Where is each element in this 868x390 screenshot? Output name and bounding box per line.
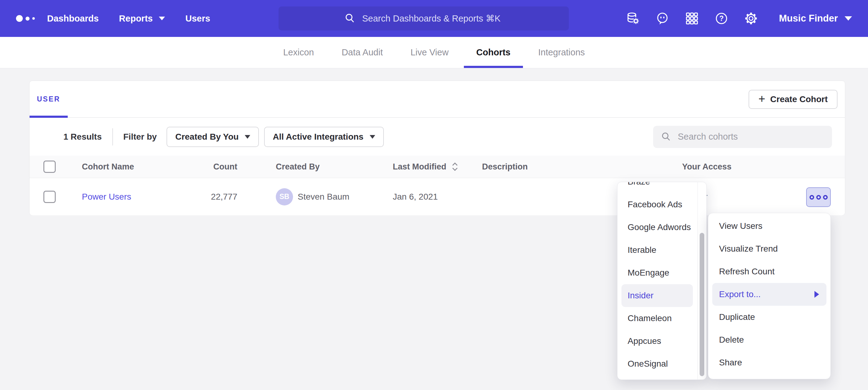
global-search-input[interactable]	[362, 13, 504, 24]
col-your-access[interactable]: Your Access	[682, 156, 732, 178]
menu-item-visualize-trend[interactable]: Visualize Trend	[712, 237, 827, 260]
chevron-down-icon	[245, 135, 250, 139]
select-all-checkbox[interactable]	[43, 161, 56, 173]
menu-item-google-adwords[interactable]: Google Adwords	[621, 216, 693, 239]
tab-cohorts[interactable]: Cohorts	[464, 37, 523, 68]
plus-icon: +	[758, 93, 765, 105]
created-by-filter-label: Created By You	[175, 132, 239, 142]
menu-item-chameleon[interactable]: Chameleon	[621, 307, 693, 330]
dot-icon	[823, 195, 828, 200]
tab-label: Live View	[411, 47, 449, 58]
dot-icon	[816, 195, 821, 200]
cohorts-card: USER + Create Cohort 1 Results Filter by…	[29, 80, 845, 215]
cohort-search-input[interactable]	[678, 132, 807, 142]
export-to-submenu: Braze Facebook Ads Google Adwords Iterab…	[617, 182, 707, 380]
col-last-modified-label: Last Modified	[393, 162, 446, 172]
tab-label: Lexicon	[283, 47, 314, 58]
menu-item-refresh-count[interactable]: Refresh Count	[712, 260, 827, 283]
tab-integrations[interactable]: Integrations	[526, 37, 597, 68]
avatar: SB	[276, 188, 293, 205]
nav-menu: Dashboards Reports Users	[47, 13, 210, 24]
search-icon	[660, 131, 672, 142]
app-screen: Dashboards Reports Users	[0, 0, 868, 390]
divider	[112, 128, 113, 145]
row-more-actions-button[interactable]	[806, 187, 831, 207]
nav-label-reports: Reports	[119, 13, 153, 24]
section-tabs: Lexicon Data Audit Live View Cohorts Int…	[0, 37, 868, 68]
created-by-name: Steven Baum	[298, 192, 349, 202]
scrollbar-thumb[interactable]	[700, 233, 704, 376]
created-by-filter-dropdown[interactable]: Created By You	[166, 127, 259, 147]
cohort-name-link[interactable]: Power Users	[82, 192, 131, 202]
nav-item-dashboards[interactable]: Dashboards	[47, 13, 99, 24]
row-checkbox[interactable]	[43, 191, 56, 203]
project-switcher[interactable]: Music Finder	[779, 13, 852, 24]
tab-label: Data Audit	[342, 47, 383, 58]
sort-icon[interactable]	[451, 162, 459, 172]
col-count[interactable]: Count	[183, 156, 237, 178]
cohort-type-tabs: USER + Create Cohort	[30, 81, 845, 118]
row-context-menu: View Users Visualize Trend Refresh Count…	[708, 213, 831, 379]
settings-gear-icon[interactable]	[744, 11, 758, 26]
chevron-down-icon	[370, 135, 375, 139]
top-nav: Dashboards Reports Users	[0, 0, 868, 37]
menu-item-duplicate[interactable]: Duplicate	[712, 306, 827, 328]
search-icon	[344, 12, 356, 25]
nav-right-cluster: ? Music Finder	[626, 11, 852, 26]
menu-item-insider[interactable]: Insider	[621, 284, 693, 307]
tab-user-label: USER	[37, 95, 60, 103]
tab-lexicon[interactable]: Lexicon	[271, 37, 326, 68]
menu-item-view-users[interactable]: View Users	[712, 215, 827, 237]
project-name: Music Finder	[779, 13, 838, 24]
menu-item-iterable[interactable]: Iterable	[621, 239, 693, 261]
submenu-arrow-icon	[814, 291, 819, 298]
last-modified-date: Jan 6, 2021	[393, 178, 438, 215]
tab-live-view[interactable]: Live View	[398, 37, 461, 68]
nav-item-reports[interactable]: Reports	[119, 13, 165, 24]
export-to-label: Export to...	[719, 289, 761, 299]
menu-item-braze[interactable]: Braze	[621, 182, 693, 193]
filter-by-label: Filter by	[123, 132, 157, 142]
dot-icon	[809, 195, 814, 200]
menu-item-facebook-ads[interactable]: Facebook Ads	[621, 193, 693, 216]
chevron-down-icon	[845, 16, 852, 21]
integrations-filter-label: All Active Integrations	[273, 132, 364, 142]
integrations-filter-dropdown[interactable]: All Active Integrations	[264, 127, 384, 147]
tab-label: Integrations	[538, 47, 585, 58]
filter-toolbar: 1 Results Filter by Created By You All A…	[30, 118, 845, 156]
export-target-list: Braze Facebook Ads Google Adwords Iterab…	[617, 182, 706, 375]
menu-item-onesignal[interactable]: OneSignal	[621, 353, 693, 375]
tab-user-cohorts[interactable]: USER	[30, 81, 68, 117]
data-management-icon[interactable]	[626, 11, 640, 26]
help-icon[interactable]: ?	[714, 11, 728, 26]
col-last-modified[interactable]: Last Modified	[393, 156, 459, 178]
feedback-icon[interactable]	[655, 11, 670, 26]
menu-item-export-to[interactable]: Export to...	[712, 283, 827, 306]
mixpanel-logo-icon[interactable]	[16, 15, 35, 22]
cohort-search[interactable]	[653, 126, 832, 148]
create-cohort-button[interactable]: + Create Cohort	[749, 90, 838, 109]
results-count: 1 Results	[63, 132, 102, 142]
create-cohort-label: Create Cohort	[770, 94, 828, 104]
menu-item-delete[interactable]: Delete	[712, 328, 827, 351]
svg-text:?: ?	[719, 14, 724, 23]
chevron-down-icon	[159, 17, 165, 20]
nav-label-dashboards: Dashboards	[47, 13, 99, 24]
table-header: Cohort Name Count Created By Last Modifi…	[30, 156, 845, 178]
cohort-count: 22,777	[183, 178, 237, 215]
menu-item-moengage[interactable]: MoEngage	[621, 261, 693, 284]
col-description[interactable]: Description	[482, 156, 528, 178]
tab-data-audit[interactable]: Data Audit	[329, 37, 395, 68]
col-created-by[interactable]: Created By	[276, 156, 320, 178]
nav-item-users[interactable]: Users	[185, 13, 210, 24]
menu-item-share[interactable]: Share	[712, 351, 827, 374]
menu-item-appcues[interactable]: Appcues	[621, 330, 693, 353]
col-cohort-name[interactable]: Cohort Name	[82, 156, 134, 178]
tab-label: Cohorts	[476, 47, 510, 58]
table-row: Power Users 22,777 SB Steven Baum Jan 6,…	[30, 178, 845, 215]
global-search[interactable]	[279, 6, 569, 30]
apps-grid-icon[interactable]	[685, 11, 699, 26]
nav-label-users: Users	[185, 13, 210, 24]
